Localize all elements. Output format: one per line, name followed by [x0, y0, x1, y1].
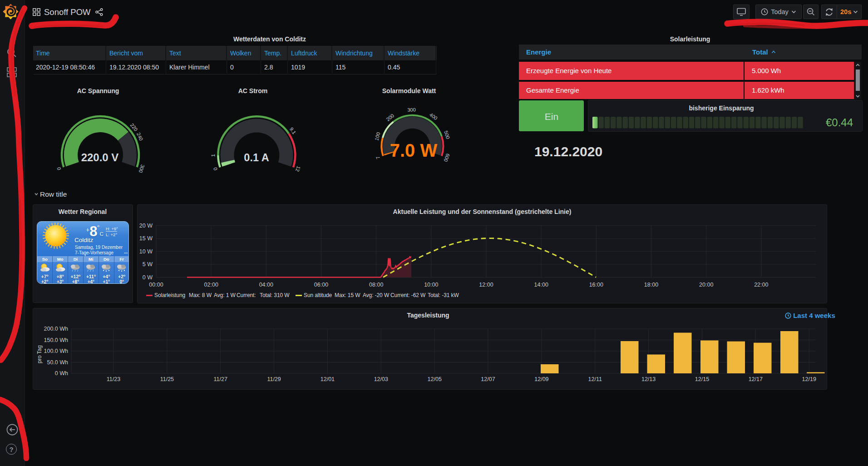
svg-text:12/09: 12/09	[534, 376, 548, 382]
svg-text:00:00: 00:00	[149, 282, 163, 288]
svg-text:7: 7	[375, 155, 381, 160]
svg-text:11/25: 11/25	[160, 376, 174, 382]
svg-text:02:00: 02:00	[204, 282, 218, 288]
svg-text:12/17: 12/17	[749, 376, 763, 382]
svg-text:0: 0	[56, 167, 62, 171]
svg-text:100.0 Wh: 100.0 Wh	[44, 348, 68, 354]
svg-text:11/23: 11/23	[107, 376, 120, 382]
svg-text:11/27: 11/27	[214, 376, 227, 382]
svg-text:7.0 W: 7.0 W	[390, 140, 438, 160]
svg-text:200.0 Wh: 200.0 Wh	[44, 326, 68, 332]
svg-text:06:00: 06:00	[314, 282, 328, 288]
svg-text:10 W: 10 W	[139, 248, 153, 255]
svg-text:08:00: 08:00	[369, 282, 383, 288]
svg-text:1: 1	[210, 154, 216, 157]
svg-text:5 W: 5 W	[143, 261, 153, 268]
svg-text:0 Wh: 0 Wh	[55, 370, 68, 377]
svg-text:12/01: 12/01	[321, 376, 335, 382]
svg-text:12/03: 12/03	[374, 376, 388, 382]
svg-text:150.0 Wh: 150.0 Wh	[44, 337, 68, 343]
svg-text:10:00: 10:00	[424, 282, 438, 288]
svg-text:15 W: 15 W	[139, 235, 153, 242]
svg-text:0 W: 0 W	[143, 274, 153, 281]
svg-text:12/05: 12/05	[428, 376, 442, 382]
svg-text:12/19: 12/19	[802, 376, 816, 382]
svg-text:0: 0	[212, 167, 218, 171]
svg-text:12/07: 12/07	[481, 376, 495, 382]
svg-text:12: 12	[295, 165, 301, 172]
svg-text:12/15: 12/15	[695, 376, 709, 382]
svg-text:14:00: 14:00	[534, 282, 548, 288]
svg-text:04:00: 04:00	[259, 282, 273, 288]
svg-text:22:00: 22:00	[754, 282, 768, 288]
svg-text:12:00: 12:00	[479, 282, 493, 288]
svg-text:220.0 V: 220.0 V	[81, 151, 119, 164]
svg-text:18:00: 18:00	[644, 282, 658, 288]
svg-text:300: 300	[407, 107, 416, 112]
svg-text:100: 100	[374, 132, 381, 141]
svg-text:600: 600	[443, 153, 451, 163]
svg-text:16:00: 16:00	[589, 282, 603, 288]
svg-text:12/11: 12/11	[588, 376, 602, 382]
svg-text:0.1 A: 0.1 A	[244, 152, 269, 164]
svg-text:20:00: 20:00	[699, 282, 713, 288]
svg-text:300: 300	[138, 164, 146, 174]
svg-text:11/29: 11/29	[267, 376, 281, 382]
svg-text:500: 500	[443, 130, 451, 139]
svg-text:20 W: 20 W	[139, 223, 153, 229]
svg-text:50.0 Wh: 50.0 Wh	[47, 359, 68, 366]
svg-text:12/13: 12/13	[641, 376, 656, 382]
